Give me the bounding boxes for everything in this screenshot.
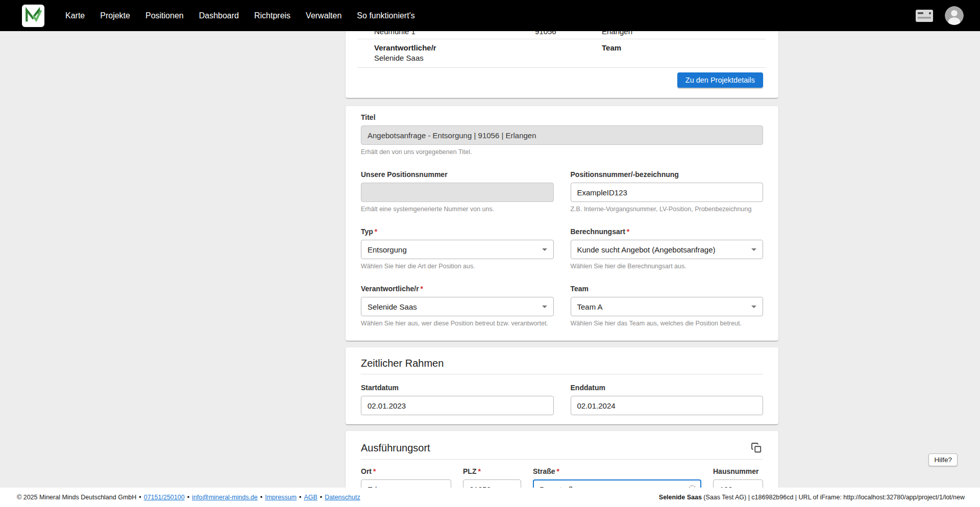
main-nav: Karte Projekte Positionen Dashboard Rich… xyxy=(58,0,423,31)
verantwortlicher-select[interactable]: Selenide Saas xyxy=(361,297,554,316)
footer-separator: • xyxy=(320,494,322,501)
positionsnummer-input[interactable] xyxy=(571,183,764,202)
responsible-label: Verantwortliche/r xyxy=(374,43,602,53)
titel-helper: Erhält den von uns vorgegebenen Titel. xyxy=(361,148,763,156)
copy-icon xyxy=(751,447,762,455)
unsere-positionsnummer-input xyxy=(361,183,554,202)
main-content: Neumühle 1 91056 Erlangen Verantwortlich… xyxy=(346,31,778,507)
hausnummer-label: Hausnummer xyxy=(713,467,763,475)
divider xyxy=(361,374,763,374)
strasse-label: Straße* xyxy=(533,467,701,475)
footer-session-details: (Saas Test AG) | c186982b96cd | URL of i… xyxy=(702,494,965,501)
chevron-down-icon xyxy=(542,248,547,251)
project-responsible-row: Verantwortliche/r Selenide Saas Team xyxy=(346,39,778,67)
footer-user-name: Selenide Saas xyxy=(659,494,702,501)
footer-separator: • xyxy=(187,494,189,501)
chevron-down-icon xyxy=(542,306,547,308)
top-navbar: Karte Projekte Positionen Dashboard Rich… xyxy=(0,0,980,31)
team-helper: Wählen Sie hier das Team aus, welches di… xyxy=(571,320,764,327)
chevron-down-icon xyxy=(751,248,756,251)
positionsnummer-helper: Z.B. Interne-Vorgangsnummer, LV-Position… xyxy=(571,206,764,213)
navbar-right-actions xyxy=(915,6,964,25)
footer-agb-link[interactable]: AGB xyxy=(304,494,317,501)
footer-separator: • xyxy=(139,494,141,501)
verantwortlicher-helper: Wählen Sie hier aus, wer diese Position … xyxy=(361,320,554,327)
footer-left: © 2025 Mineral Minds Deutschland GmbH•07… xyxy=(17,494,360,501)
nav-item-karte[interactable]: Karte xyxy=(58,0,92,31)
verantwortlicher-label: Verantwortliche/r* xyxy=(361,285,554,293)
nav-item-verwalten[interactable]: Verwalten xyxy=(298,0,349,31)
footer-copyright: © 2025 Mineral Minds Deutschland GmbH xyxy=(17,494,136,501)
nav-item-richtpreis[interactable]: Richtpreis xyxy=(247,0,298,31)
divider xyxy=(361,459,763,460)
enddatum-input[interactable] xyxy=(571,396,764,415)
footer-phone-link[interactable]: 07151/250100 xyxy=(144,494,185,501)
footer: © 2025 Mineral Minds Deutschland GmbH•07… xyxy=(0,488,980,507)
footer-separator: • xyxy=(299,494,301,501)
startdatum-input[interactable] xyxy=(361,396,554,415)
user-avatar[interactable] xyxy=(945,6,964,25)
footer-datenschutz-link[interactable]: Datenschutz xyxy=(325,494,360,501)
footer-impressum-link[interactable]: Impressum xyxy=(265,494,297,501)
project-details-button[interactable]: Zu den Projektdetails xyxy=(677,72,763,88)
footer-email-link[interactable]: info@mineral-minds.de xyxy=(192,494,258,501)
typ-select[interactable]: Entsorgung xyxy=(361,240,554,259)
hilfe-button[interactable]: Hilfe? xyxy=(928,453,958,466)
nav-item-so-funktionierts[interactable]: So funktioniert's xyxy=(349,0,422,31)
copy-address-button[interactable] xyxy=(750,441,763,454)
team-label: Team xyxy=(602,43,763,53)
footer-session-info: Selenide Saas (Saas Test AG) | c186982b9… xyxy=(659,494,965,501)
responsible-value: Selenide Saas xyxy=(374,54,602,63)
ausfuehrungsort-title: Ausführungsort xyxy=(361,442,430,454)
position-form-card: Titel Erhält den von uns vorgegebenen Ti… xyxy=(346,106,778,341)
unsere-positionsnummer-label: Unsere Positionsnummer xyxy=(361,170,554,179)
berechnungsart-label: Berechnungsart* xyxy=(571,227,764,236)
nav-item-positionen[interactable]: Positionen xyxy=(138,0,191,31)
titel-input xyxy=(361,125,763,145)
titel-label: Titel xyxy=(361,113,763,121)
startdatum-label: Startdatum xyxy=(361,384,554,392)
berechnungsart-select[interactable]: Kunde sucht Angebot (Angebotsanfrage) xyxy=(571,240,764,259)
unsere-positionsnummer-helper: Erhält eine systemgenerierte Nummer von … xyxy=(361,206,554,213)
berechnungsart-helper: Wählen Sie hier die Berechnungsart aus. xyxy=(571,263,764,270)
nav-item-dashboard[interactable]: Dashboard xyxy=(191,0,247,31)
zeitlicher-rahmen-card: Zeitlicher Rahmen Startdatum Enddatum xyxy=(346,347,778,424)
zeitlicher-rahmen-title: Zeitlicher Rahmen xyxy=(361,358,444,369)
team-select-label: Team xyxy=(571,285,764,293)
ort-label: Ort* xyxy=(361,467,451,475)
typ-label: Typ* xyxy=(361,227,554,236)
app-logo[interactable] xyxy=(22,5,44,27)
footer-separator: • xyxy=(260,494,262,501)
mineral-minds-logo-icon xyxy=(24,6,42,26)
chevron-down-icon xyxy=(751,306,756,308)
user-avatar-icon xyxy=(945,18,964,25)
nav-item-projekte[interactable]: Projekte xyxy=(92,0,138,31)
typ-helper: Wählen Sie hier die Art der Position aus… xyxy=(361,263,554,270)
positionsnummer-label: Positionsnummer/-bezeichnung xyxy=(571,170,764,179)
server-icon[interactable] xyxy=(915,9,934,22)
enddatum-label: Enddatum xyxy=(571,384,764,392)
team-select[interactable]: Team A xyxy=(571,297,764,316)
plz-label: PLZ* xyxy=(463,467,521,475)
